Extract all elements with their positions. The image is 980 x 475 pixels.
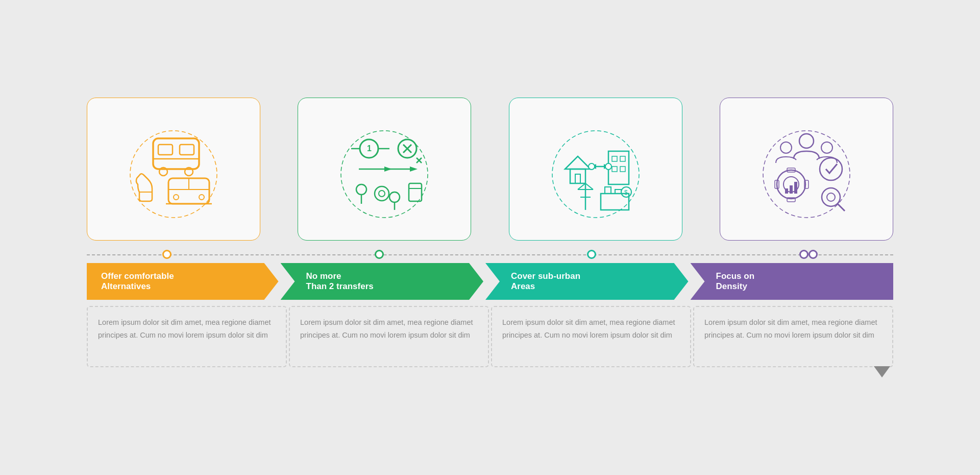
- svg-rect-36: [570, 169, 585, 183]
- svg-point-24: [356, 184, 366, 195]
- svg-rect-69: [790, 185, 793, 194]
- svg-point-74: [827, 193, 835, 201]
- desc-text-1: Lorem ipsum dolor sit dim amet, mea regi…: [98, 318, 271, 339]
- svg-point-26: [389, 192, 400, 202]
- svg-marker-22: [410, 167, 418, 172]
- svg-line-51: [578, 183, 585, 189]
- svg-rect-40: [620, 156, 625, 161]
- svg-point-10: [199, 195, 204, 200]
- dot-4: [799, 250, 808, 259]
- svg-rect-70: [794, 182, 797, 194]
- svg-rect-0: [153, 138, 199, 169]
- banner-1-text: Offer comfortable Alternatives: [101, 271, 174, 292]
- desc-card-1: Lorem ipsum dolor sit dim amet, mea regi…: [87, 306, 287, 367]
- banner-3-text: Cover sub-urban Areas: [511, 271, 580, 292]
- infographic: 1: [56, 77, 924, 398]
- desc-text-2: Lorem ipsum dolor sit dim amet, mea regi…: [300, 318, 473, 339]
- icon-card-4: [720, 98, 893, 241]
- icon-card-3: $: [509, 98, 682, 241]
- down-arrow-icon: [874, 366, 890, 377]
- svg-point-28: [375, 186, 389, 201]
- banner-1: Offer comfortable Alternatives: [87, 263, 279, 300]
- desc-card-2: Lorem ipsum dolor sit dim amet, mea regi…: [289, 306, 489, 367]
- svg-text:$: $: [624, 189, 628, 196]
- desc-text-4: Lorem ipsum dolor sit dim amet, mea regi…: [704, 318, 877, 339]
- dot-3: [587, 250, 596, 259]
- connector-line: [87, 254, 893, 255]
- dot-1: [162, 250, 172, 259]
- svg-rect-2: [180, 145, 194, 155]
- svg-rect-1: [158, 145, 173, 155]
- icon-card-1: [87, 98, 260, 241]
- desc-text-3: Lorem ipsum dolor sit dim amet, mea regi…: [502, 318, 675, 339]
- down-arrow-container: [56, 366, 924, 377]
- svg-point-61: [821, 142, 832, 153]
- banner-2-text: No more Than 2 transfers: [306, 271, 374, 292]
- banner-4-text: Focus on Density: [716, 271, 755, 292]
- dot-end: [808, 250, 818, 259]
- svg-rect-37: [575, 174, 580, 183]
- svg-point-60: [780, 142, 792, 153]
- svg-point-29: [379, 191, 385, 197]
- dot-2: [375, 250, 384, 259]
- desc-card-4: Lorem ipsum dolor sit dim amet, mea regi…: [693, 306, 893, 367]
- banner-3: Cover sub-urban Areas: [485, 263, 689, 300]
- banner-4: Focus on Density: [691, 263, 894, 300]
- arrow-banners-row: Offer comfortable Alternatives No more T…: [56, 263, 924, 300]
- svg-marker-35: [565, 156, 591, 169]
- svg-rect-41: [612, 167, 617, 172]
- icon-cards-row: 1: [56, 98, 924, 241]
- desc-card-3: Lorem ipsum dolor sit dim amet, mea regi…: [491, 306, 691, 367]
- svg-text:1: 1: [367, 144, 372, 153]
- svg-line-52: [585, 183, 593, 189]
- svg-line-73: [838, 204, 845, 211]
- svg-point-72: [822, 188, 840, 206]
- svg-rect-39: [612, 156, 617, 161]
- description-row: Lorem ipsum dolor sit dim amet, mea regi…: [56, 306, 924, 367]
- svg-point-47: [605, 163, 611, 170]
- svg-rect-30: [409, 183, 422, 201]
- connector-row: [56, 250, 924, 259]
- svg-point-59: [799, 134, 814, 148]
- icon-card-2: 1: [298, 98, 471, 241]
- svg-point-62: [777, 170, 805, 199]
- svg-point-58: [552, 131, 639, 218]
- svg-rect-54: [605, 187, 611, 194]
- svg-point-71: [820, 158, 842, 180]
- svg-rect-68: [785, 188, 788, 194]
- svg-rect-42: [620, 167, 625, 172]
- svg-point-9: [174, 195, 179, 200]
- svg-marker-23: [384, 167, 392, 172]
- svg-point-46: [589, 163, 595, 170]
- banner-2: No more Than 2 transfers: [281, 263, 484, 300]
